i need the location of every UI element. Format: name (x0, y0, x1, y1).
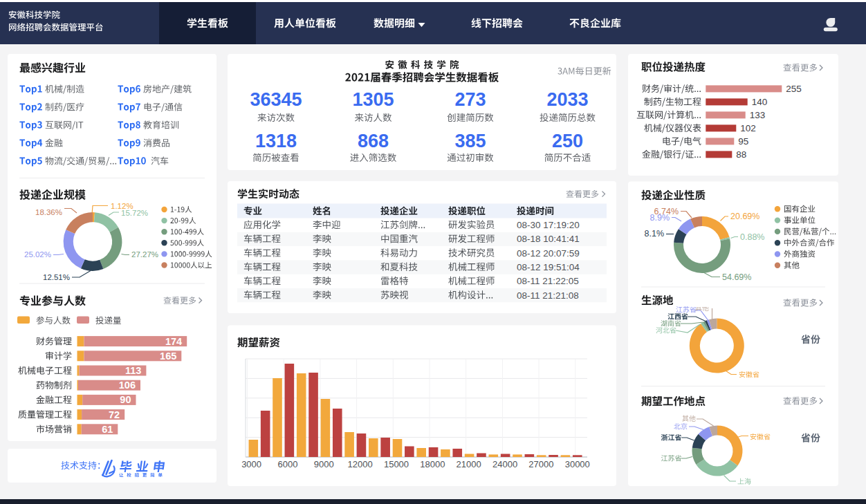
svg-text:08-18 10:41:41: 08-18 10:41:41 (517, 234, 580, 244)
svg-text:08-11 21:21:08: 08-11 21:21:08 (517, 290, 579, 301)
svg-text:20.69%: 20.69% (730, 212, 759, 221)
svg-text:27.27%: 27.27% (131, 250, 158, 259)
svg-text:18000: 18000 (420, 459, 445, 469)
svg-text:102: 102 (740, 123, 756, 133)
svg-text:15.72%: 15.72% (121, 209, 148, 217)
svg-text:15000: 15000 (384, 459, 409, 469)
svg-text:12000: 12000 (348, 459, 373, 469)
svg-text:133: 133 (750, 110, 766, 120)
svg-text:868: 868 (358, 131, 389, 151)
svg-text:12.51%: 12.51% (43, 273, 70, 281)
svg-text:2033: 2033 (546, 89, 588, 110)
svg-text:08-12 19:51:04: 08-12 19:51:04 (517, 262, 580, 272)
svg-text:08-12 20:07:59: 08-12 20:07:59 (517, 248, 580, 259)
svg-text:24000: 24000 (492, 459, 517, 469)
svg-text:174: 174 (165, 336, 182, 347)
svg-text:113: 113 (125, 365, 141, 376)
svg-text:165: 165 (160, 351, 176, 362)
svg-text:88: 88 (736, 149, 746, 160)
svg-text:90: 90 (120, 394, 131, 405)
svg-text:30000: 30000 (565, 459, 590, 469)
svg-text:72: 72 (109, 409, 120, 420)
svg-text:1318: 1318 (255, 131, 297, 151)
svg-text:36345: 36345 (250, 89, 302, 110)
svg-text:08-11 21:22:05: 08-11 21:22:05 (517, 276, 579, 286)
svg-text:54.69%: 54.69% (722, 272, 751, 282)
svg-text:6.74%: 6.74% (654, 207, 679, 216)
svg-text:255: 255 (786, 84, 802, 94)
svg-text:25.02%: 25.02% (24, 250, 51, 259)
svg-text:273: 273 (454, 89, 486, 110)
svg-text:140: 140 (752, 97, 768, 107)
svg-text:8.1%: 8.1% (645, 229, 665, 239)
svg-text:1305: 1305 (352, 89, 394, 110)
svg-text:61: 61 (102, 424, 113, 435)
svg-text:08-30 17:19:20: 08-30 17:19:20 (517, 220, 580, 230)
svg-text:21000: 21000 (457, 459, 481, 469)
svg-text:95: 95 (738, 136, 748, 147)
svg-text:250: 250 (552, 131, 583, 151)
svg-text:9000: 9000 (314, 459, 334, 469)
svg-text:106: 106 (119, 380, 136, 391)
svg-text:27000: 27000 (528, 459, 553, 469)
svg-text:3000: 3000 (241, 459, 261, 469)
svg-text:0.88%: 0.88% (740, 232, 764, 242)
svg-text:18.36%: 18.36% (35, 208, 62, 216)
svg-text:385: 385 (454, 131, 486, 151)
svg-text:6000: 6000 (277, 459, 297, 469)
